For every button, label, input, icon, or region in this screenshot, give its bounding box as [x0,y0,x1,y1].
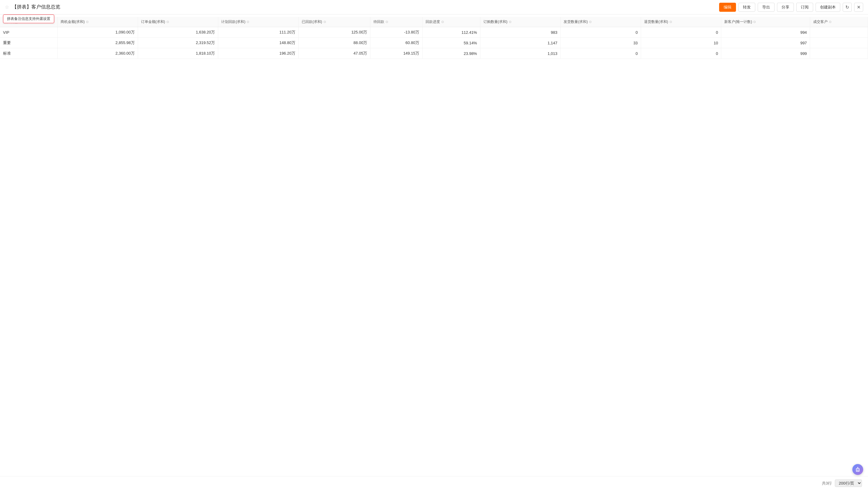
cell-order_amount: 1,818.10万 [138,48,218,59]
close-button[interactable]: ✕ [854,3,863,12]
export-button[interactable]: 导出 [758,3,775,12]
cell-return_quantity: 10 [641,38,721,48]
table-row: 重要2,855.98万2,319.52万148.80万88.00万60.80万5… [0,38,868,48]
column-label-new_customers: 新客户(唯一计数) [724,19,752,24]
top-bar: ☆ 【拼表】客户信息总览 编辑 转发 导出 分享 订阅 创建副本 ↻ ✕ [0,0,868,15]
column-header-opportunity_amount[interactable]: 商机金额(求和)⊙ [58,17,138,27]
column-label-pending_refund: 待回款 [373,19,384,24]
column-label-opportunity_amount: 商机金额(求和) [61,19,85,24]
table-header-row: 客户级别⊙商机金额(求和)⊙订单金额(求和)⊙计划回款(求和)⊙已回款(求和)⊙… [0,17,868,27]
cell-pending_refund: -13.80万 [370,27,423,38]
cell-completed_customers [810,27,868,38]
cell-customer_level: VIP [0,27,58,38]
sort-icon-planned_refund[interactable]: ⊙ [247,20,249,24]
cell-customer_level: 重要 [0,38,58,48]
cell-planned_refund: 196.20万 [218,48,299,59]
column-label-actual_refund: 已回款(求和) [302,19,322,24]
column-header-planned_refund[interactable]: 计划回款(求和)⊙ [218,17,299,27]
table-wrapper: 客户级别⊙商机金额(求和)⊙订单金额(求和)⊙计划回款(求和)⊙已回款(求和)⊙… [0,17,868,59]
cell-order_quantity: 983 [480,27,561,38]
sort-icon-shipped_quantity[interactable]: ⊙ [589,20,592,24]
column-header-refund_progress[interactable]: 回款进度⊙ [422,17,480,27]
sort-icon-new_customers[interactable]: ⊙ [753,20,756,24]
cell-shipped_quantity: 0 [561,48,641,59]
column-header-completed_customers[interactable]: 成交客户⊙ [810,17,868,27]
cell-planned_refund: 111.20万 [218,27,299,38]
table-row: VIP1,090.00万1,638.20万111.20万125.00万-13.8… [0,27,868,38]
cell-pending_refund: 60.80万 [370,38,423,48]
cell-completed_customers [810,48,868,59]
edit-button[interactable]: 编辑 [719,3,736,12]
cell-opportunity_amount: 1,090.00万 [58,27,138,38]
sort-icon-opportunity_amount[interactable]: ⊙ [86,20,89,24]
main-table: 客户级别⊙商机金额(求和)⊙订单金额(求和)⊙计划回款(求和)⊙已回款(求和)⊙… [0,17,868,59]
sort-icon-refund_progress[interactable]: ⊙ [441,20,444,24]
share-button[interactable]: 分享 [777,3,794,12]
cell-opportunity_amount: 2,855.98万 [58,38,138,48]
cell-return_quantity: 0 [641,48,721,59]
cell-customer_level: 标准 [0,48,58,59]
column-header-actual_refund[interactable]: 已回款(求和)⊙ [299,17,370,27]
sort-icon-pending_refund[interactable]: ⊙ [385,20,388,24]
cell-new_customers: 999 [721,48,810,59]
refresh-button[interactable]: ↻ [843,3,852,12]
cell-new_customers: 994 [721,27,810,38]
column-header-shipped_quantity[interactable]: 发货数量(求和)⊙ [561,17,641,27]
column-label-order_quantity: 订购数量(求和) [484,19,507,24]
column-label-completed_customers: 成交客户 [813,19,828,24]
sort-icon-completed_customers[interactable]: ⊙ [829,20,832,24]
sort-icon-actual_refund[interactable]: ⊙ [323,20,326,24]
transfer-button[interactable]: 转发 [738,3,755,12]
cell-order_quantity: 1,147 [480,38,561,48]
cell-refund_progress: 23.98% [422,48,480,59]
column-label-order_amount: 订单金额(求和) [141,19,165,24]
sort-icon-order_amount[interactable]: ⊙ [166,20,169,24]
cell-order_amount: 1,638.20万 [138,27,218,38]
cell-actual_refund: 125.00万 [299,27,370,38]
column-header-order_quantity[interactable]: 订购数量(求和)⊙ [480,17,561,27]
page-title: 【拼表】客户信息总览 [12,4,60,10]
column-header-return_quantity[interactable]: 退货数量(求和)⊙ [641,17,721,27]
cell-order_quantity: 1,013 [480,48,561,59]
column-label-return_quantity: 退货数量(求和) [644,19,668,24]
cell-actual_refund: 88.00万 [299,38,370,48]
sort-icon-order_quantity[interactable]: ⊙ [509,20,512,24]
cell-new_customers: 997 [721,38,810,48]
cell-actual_refund: 47.05万 [299,48,370,59]
cell-refund_progress: 59.14% [422,38,480,48]
column-label-shipped_quantity: 发货数量(求和) [564,19,588,24]
top-bar-left: ☆ 【拼表】客户信息总览 [5,4,60,10]
cell-shipped_quantity: 33 [561,38,641,48]
cell-refund_progress: 112.41% [422,27,480,38]
sort-icon-return_quantity[interactable]: ⊙ [670,20,672,24]
cell-opportunity_amount: 2,360.00万 [58,48,138,59]
cell-pending_refund: 149.15万 [370,48,423,59]
cell-return_quantity: 0 [641,27,721,38]
column-header-pending_refund[interactable]: 待回款⊙ [370,17,423,27]
column-label-planned_refund: 计划回款(求和) [221,19,245,24]
column-header-new_customers[interactable]: 新客户(唯一计数)⊙ [721,17,810,27]
cell-completed_customers [810,38,868,48]
star-icon[interactable]: ☆ [5,4,9,10]
cell-shipped_quantity: 0 [561,27,641,38]
tooltip-box: 拼表备注信息支持外露设置 [3,15,54,23]
top-bar-right: 编辑 转发 导出 分享 订阅 创建副本 ↻ ✕ [719,3,863,12]
subscribe-button[interactable]: 订阅 [796,3,813,12]
column-label-refund_progress: 回款进度 [426,19,440,24]
table-row: 标准2,360.00万1,818.10万196.20万47.05万149.15万… [0,48,868,59]
cell-planned_refund: 148.80万 [218,38,299,48]
create-copy-button[interactable]: 创建副本 [815,3,840,12]
column-header-order_amount[interactable]: 订单金额(求和)⊙ [138,17,218,27]
cell-order_amount: 2,319.52万 [138,38,218,48]
